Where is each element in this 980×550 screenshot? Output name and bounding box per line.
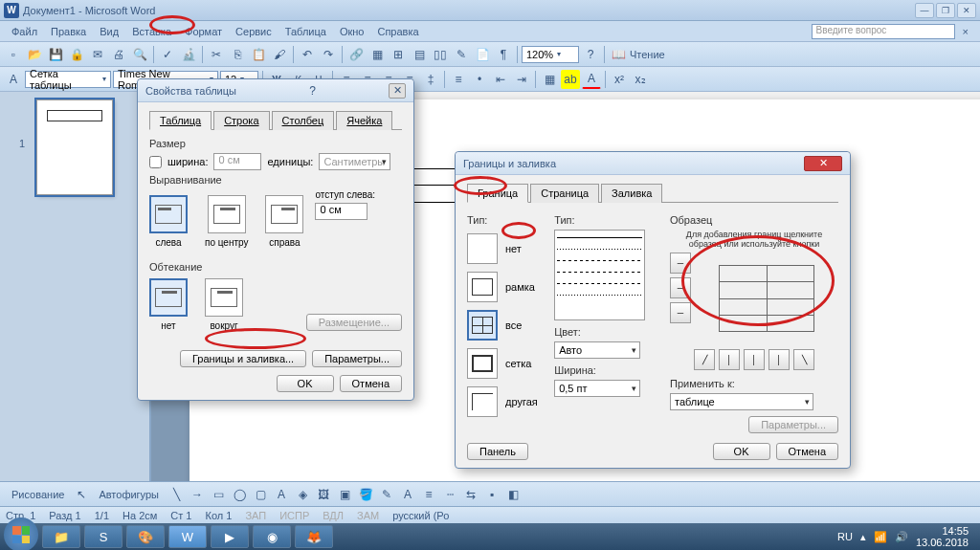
menu-help[interactable]: Справка [371, 24, 424, 39]
redo-icon[interactable]: ↷ [319, 45, 338, 64]
3d-icon[interactable]: ◧ [503, 485, 523, 504]
copy-icon[interactable]: ⎘ [228, 45, 247, 64]
tab-shading[interactable]: Заливка [601, 184, 662, 203]
task-word[interactable]: W [168, 525, 207, 548]
font-color-icon[interactable]: A [582, 70, 601, 89]
bullets-icon[interactable]: • [470, 70, 489, 89]
help-icon[interactable]: ? [581, 45, 600, 64]
reading-label[interactable]: Чтение [630, 49, 665, 60]
restore-button[interactable]: ❐ [936, 3, 955, 18]
numbering-icon[interactable]: ≡ [449, 70, 468, 89]
doc-map-icon[interactable]: 📄 [473, 45, 492, 64]
apply-to-select[interactable]: таблице [670, 393, 813, 410]
reading-mode-icon[interactable]: 📖 [609, 45, 628, 64]
dash-style-icon[interactable]: ┄ [440, 485, 459, 504]
minimize-button[interactable]: — [915, 3, 934, 18]
superscript-icon[interactable]: x² [610, 70, 629, 89]
outdent-icon[interactable]: ⇤ [491, 70, 510, 89]
align-right-option[interactable] [265, 195, 303, 233]
spelling-icon[interactable]: ✓ [158, 45, 177, 64]
task-paint[interactable]: 🎨 [126, 525, 165, 548]
indent-icon[interactable]: ⇥ [512, 70, 531, 89]
oval-icon[interactable]: ◯ [230, 485, 249, 504]
print-icon[interactable]: 🖨 [109, 45, 128, 64]
paste-icon[interactable]: 📋 [249, 45, 268, 64]
preview-icon[interactable]: 🔍 [130, 45, 149, 64]
zoom-combo[interactable]: 120%▾ [522, 46, 579, 63]
diagram-icon[interactable]: ◈ [293, 485, 312, 504]
format-painter-icon[interactable]: 🖌 [270, 45, 289, 64]
dialog2-cancel-button[interactable]: Отмена [776, 443, 838, 460]
dialog1-close-button[interactable]: ✕ [389, 83, 406, 99]
borders-icon[interactable]: ▦ [540, 70, 559, 89]
line-icon[interactable]: ╲ [167, 485, 186, 504]
save-icon[interactable]: 💾 [46, 45, 65, 64]
task-explorer[interactable]: 📁 [42, 525, 80, 548]
tray-volume-icon[interactable]: 🔊 [895, 531, 908, 543]
preview-diag1-button[interactable]: ╱ [694, 349, 715, 370]
mail-icon[interactable]: ✉ [88, 45, 107, 64]
menu-view[interactable]: Вид [94, 24, 124, 39]
subscript-icon[interactable]: x₂ [631, 70, 650, 89]
width-input[interactable]: 0 см [213, 153, 261, 170]
select-objects-icon[interactable]: ↖ [72, 485, 91, 504]
placement-button[interactable]: Размещение... [306, 314, 402, 331]
line-style-icon[interactable]: ≡ [419, 485, 438, 504]
align-left-option[interactable] [149, 195, 188, 233]
borders-fill-button[interactable]: Границы и заливка... [180, 350, 306, 367]
open-icon[interactable]: 📂 [25, 45, 44, 64]
color-select[interactable]: Авто [554, 341, 640, 359]
excel-icon[interactable]: ▤ [410, 45, 429, 64]
task-skype[interactable]: S [84, 525, 122, 548]
arrow-icon[interactable]: → [188, 485, 207, 504]
menu-edit[interactable]: Правка [45, 24, 92, 39]
style-combo[interactable]: Сетка таблицы▾ [25, 71, 111, 88]
wordart-icon[interactable]: A [272, 485, 291, 504]
menu-close-doc[interactable]: × [957, 24, 974, 39]
tab-column[interactable]: Столбец [272, 111, 335, 130]
border-box-option[interactable] [467, 272, 498, 302]
arrow-style-icon[interactable]: ⇆ [461, 485, 480, 504]
preview-vmid-button[interactable]: │ [744, 349, 765, 370]
help-search-input[interactable]: Введите вопрос [812, 24, 955, 39]
tray-time[interactable]: 14:55 [916, 525, 969, 537]
hyperlink-icon[interactable]: 🔗 [346, 45, 366, 64]
dialog2-close-button[interactable]: ✕ [804, 156, 842, 171]
tab-table[interactable]: Таблица [149, 111, 212, 130]
picture-icon[interactable]: ▣ [335, 485, 354, 504]
show-marks-icon[interactable]: ¶ [494, 45, 513, 64]
line-style-list[interactable] [554, 230, 645, 320]
cut-icon[interactable]: ✂ [207, 45, 226, 64]
dialog2-ok-button[interactable]: OK [713, 443, 770, 460]
menu-tools[interactable]: Сервис [230, 24, 278, 39]
rectangle-icon[interactable]: ▭ [209, 485, 228, 504]
params-button[interactable]: Параметры... [312, 350, 402, 367]
line-spacing-icon[interactable]: ‡ [421, 70, 440, 89]
page-thumbnail[interactable] [36, 99, 113, 195]
indent-input[interactable]: 0 см [315, 203, 368, 220]
drawing-icon[interactable]: ✎ [452, 45, 471, 64]
tables-borders-icon[interactable]: ▦ [368, 45, 387, 64]
start-button[interactable] [4, 517, 38, 550]
line-width-select[interactable]: 0,5 пт [554, 380, 640, 397]
clipart-icon[interactable]: 🖼 [314, 485, 333, 504]
preview-top-button[interactable]: ─ [670, 253, 691, 274]
line-color-icon[interactable]: ✎ [377, 485, 396, 504]
width-checkbox[interactable] [149, 156, 162, 168]
task-chrome[interactable]: ◉ [253, 525, 291, 548]
insert-table-icon[interactable]: ⊞ [389, 45, 408, 64]
tray-lang[interactable]: RU [837, 531, 853, 542]
tab-row[interactable]: Строка [213, 111, 269, 130]
tab-page[interactable]: Страница [530, 184, 599, 203]
menu-insert[interactable]: Вставка [126, 24, 177, 39]
menu-window[interactable]: Окно [334, 24, 370, 39]
menu-format[interactable]: Формат [179, 24, 228, 39]
tray-flag-icon[interactable]: ▴ [860, 531, 866, 543]
border-grid-option[interactable] [467, 348, 498, 379]
research-icon[interactable]: 🔬 [179, 45, 198, 64]
status-lang[interactable]: русский (Ро [392, 510, 449, 521]
preview-diag2-button[interactable]: ╲ [793, 349, 814, 370]
tab-border[interactable]: Граница [467, 184, 528, 203]
new-icon[interactable]: ▫ [4, 45, 23, 64]
menu-table[interactable]: Таблица [279, 24, 332, 39]
